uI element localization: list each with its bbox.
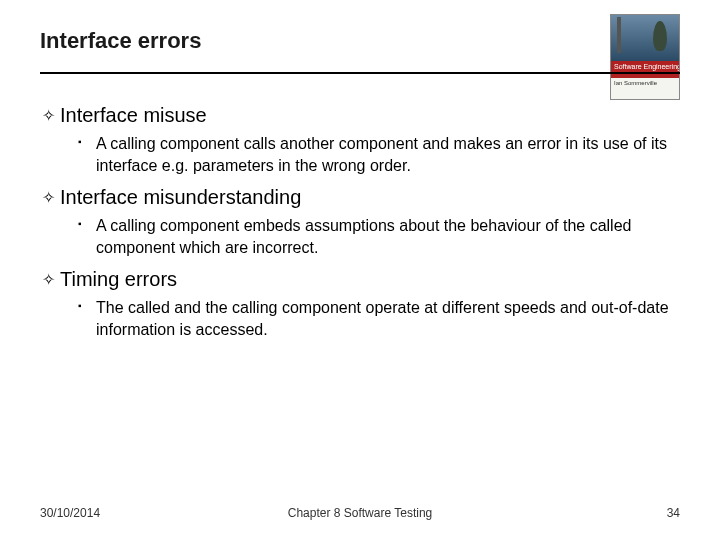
heading-text: Interface misuse: [60, 104, 207, 126]
diamond-bullet-icon: ✧: [42, 106, 60, 125]
slide-title: Interface errors: [40, 28, 680, 54]
footer-chapter: Chapter 8 Software Testing: [40, 506, 680, 520]
title-underline: [40, 72, 680, 74]
bullet-heading: ✧Interface misunderstanding: [40, 186, 680, 209]
bullet-item: A calling component embeds assumptions a…: [96, 215, 680, 258]
bullet-heading: ✧Interface misuse: [40, 104, 680, 127]
diamond-bullet-icon: ✧: [42, 270, 60, 289]
slide: Software Engineering Ian Sommerville Int…: [0, 0, 720, 540]
heading-text: Interface misunderstanding: [60, 186, 301, 208]
diamond-bullet-icon: ✧: [42, 188, 60, 207]
book-author: Ian Sommerville: [611, 78, 679, 99]
slide-header: Interface errors: [40, 28, 680, 74]
bullet-heading: ✧Timing errors: [40, 268, 680, 291]
slide-content: ✧Interface misuse A calling component ca…: [40, 74, 680, 341]
heading-text: Timing errors: [60, 268, 177, 290]
bullet-item: A calling component calls another compon…: [96, 133, 680, 176]
slide-footer: 30/10/2014 Chapter 8 Software Testing 34: [40, 506, 680, 520]
bullet-item: The called and the calling component ope…: [96, 297, 680, 340]
